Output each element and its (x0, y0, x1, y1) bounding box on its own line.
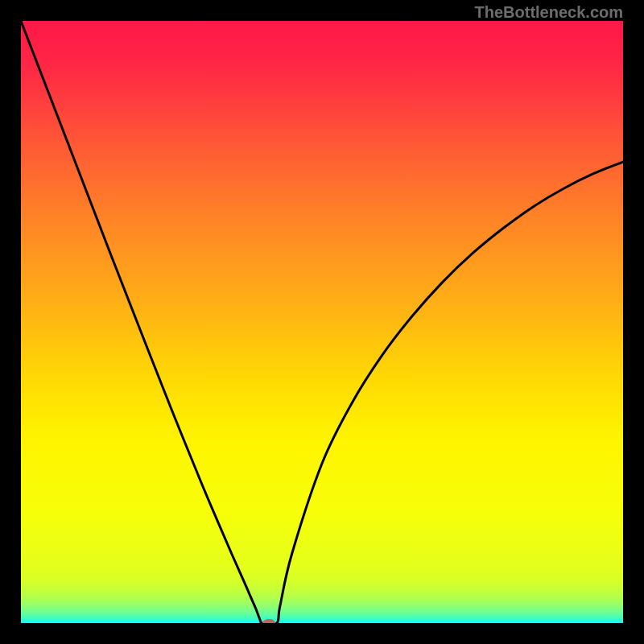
bottleneck-curve-chart (21, 21, 623, 623)
watermark-text: TheBottleneck.com (475, 3, 623, 22)
gradient-background (21, 21, 623, 623)
chart-plot-area (21, 21, 623, 623)
